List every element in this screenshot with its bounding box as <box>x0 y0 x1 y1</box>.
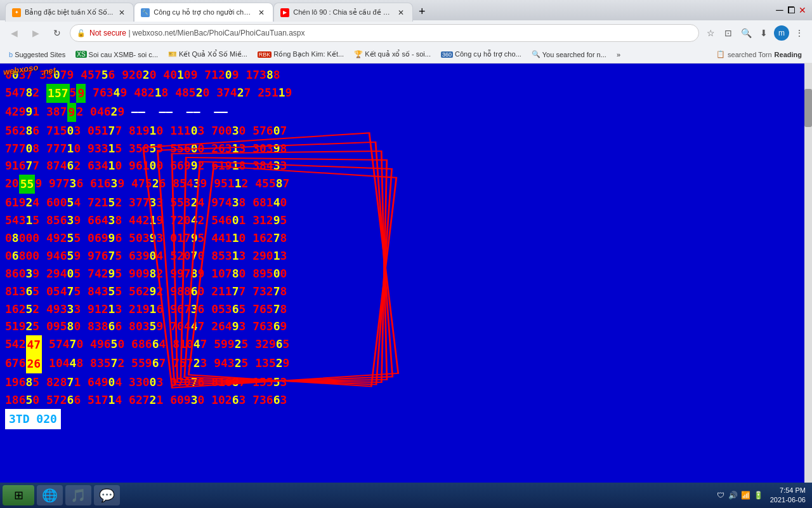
r18c0: 186 <box>5 391 26 409</box>
r4c14: 8 <box>280 140 287 157</box>
r5c4: 2 634 <box>74 157 108 175</box>
r3c8: 0 111 <box>156 122 190 140</box>
r17c7: 0 <box>150 373 157 391</box>
r15c8: 4 810 <box>159 335 193 354</box>
tab-close-1[interactable]: ✕ <box>117 8 127 18</box>
r3c4: 3 051 <box>74 122 108 140</box>
tab-1[interactable]: ✦ Bảng đặc biệt tuần Xổ Số... ✕ <box>5 3 134 22</box>
r18c2: 0 572 <box>32 391 67 409</box>
r14c8: 9 704 <box>156 318 190 335</box>
tray-icon-battery: 🔋 <box>754 490 764 500</box>
r15c5: 5 <box>111 335 118 354</box>
tray-icon-network: 📶 <box>741 490 751 500</box>
new-tab-button[interactable]: + <box>413 3 431 20</box>
tab-2[interactable]: 🔧 Công cụ hỗ trợ cho người chơi x... ✕ <box>134 3 273 22</box>
r11c0: 860 <box>5 265 26 283</box>
r14c13: 6 <box>273 318 280 335</box>
bookmark-ket-qua-xs[interactable]: 🎫 Kết Quả Xổ Số Miề... <box>164 49 251 60</box>
row-18: 18650 57266 51714 62721 60930 10263 7366… <box>5 391 807 409</box>
r6c13: 7 <box>283 175 290 194</box>
refresh-button[interactable]: ↻ <box>48 24 66 42</box>
r7c14: 0 <box>280 194 287 211</box>
taskbar-item-1[interactable]: 🌐 <box>37 485 63 505</box>
cast-icon[interactable]: ⊡ <box>721 25 736 41</box>
tab-3[interactable]: ▶ Chén lô 90 : Chia sẻ cầu đề + tố... ✕ <box>273 3 413 22</box>
taskbar-icon-1: 🌐 <box>42 488 58 503</box>
r7c12: 8 681 <box>239 194 273 211</box>
r3c1: 8 <box>26 122 33 140</box>
start-icon: ⊞ <box>14 488 23 502</box>
tab-close-2[interactable]: ✕ <box>256 8 266 18</box>
url-bar[interactable]: 🔓 Not secure | webxoso.net/MienBac/PhoiC… <box>70 24 699 42</box>
r10c3: 5 <box>67 247 74 265</box>
menu-icon[interactable]: ⋮ <box>792 25 807 41</box>
tab-close-3[interactable]: ✕ <box>396 8 406 18</box>
r1c11: 2 <box>237 84 244 103</box>
r12c10: 0 211 <box>197 283 232 300</box>
r12c6: 5 562 <box>115 283 149 300</box>
r15c12: 5 329 <box>242 335 276 354</box>
cell-0-7: 2 <box>143 66 150 84</box>
r14c0: 519 <box>5 318 26 335</box>
r2c2: 1 387 <box>32 103 67 122</box>
r10c4: 9 976 <box>74 247 108 265</box>
r18c5: 1 <box>108 391 115 409</box>
bookmark-you-searched[interactable]: 🔍 You searched for n... <box>528 49 610 60</box>
taskbar-tray: 🛡 🔊 📶 🔋 7:54 PM 2021-06-06 <box>716 486 809 505</box>
tab-title-3: Chén lô 90 : Chia sẻ cầu đề + tố... <box>293 8 392 17</box>
r6-highlight: 55 <box>19 175 36 194</box>
r3c7: 1 <box>150 122 157 140</box>
r8c7: 1 <box>150 211 157 229</box>
r9c0: 0 <box>5 229 12 247</box>
profile-icon[interactable]: m <box>774 25 789 41</box>
cell-0-5: 5 <box>102 66 108 84</box>
r13c2: 2 493 <box>32 300 67 318</box>
r10c8: 4 520 <box>156 247 190 265</box>
r2c0: 429 <box>5 103 26 122</box>
r7c1: 2 <box>26 194 33 211</box>
bookmark-ket-qua-xo-so[interactable]: 🏆 Kết quả xổ số - soi... <box>350 49 435 60</box>
r16c0: 676 <box>5 354 26 373</box>
r1c7: 1 <box>155 84 162 103</box>
r15c11: 2 <box>235 335 242 354</box>
scrollbar-thumb[interactable] <box>804 89 812 127</box>
r8c6: 8 442 <box>115 211 149 229</box>
r18c10: 0 102 <box>197 391 232 409</box>
row-12: 81365 05475 84355 56292 98860 21177 7327… <box>5 283 807 300</box>
r9c10: 5 441 <box>197 229 232 247</box>
r13c4: 3 912 <box>74 300 108 318</box>
taskbar-item-2[interactable]: 🎵 <box>65 485 91 505</box>
zoom-icon[interactable]: 🔍 <box>738 25 754 41</box>
bookmark-label-4: Rồng Bạch Kim: Kết... <box>273 50 344 58</box>
r4c4: 0 933 <box>74 140 108 157</box>
r3c13: 0 <box>273 122 280 140</box>
r14c10: 7 264 <box>197 318 232 335</box>
back-button[interactable]: ◀ <box>5 24 23 42</box>
downloads-icon[interactable]: ⬇ <box>756 25 771 41</box>
bookmarks-more[interactable]: » <box>613 50 624 60</box>
r6c10: 1 <box>235 175 242 194</box>
r15c13: 6 <box>276 335 283 354</box>
logo-subtext: .net <box>41 65 56 77</box>
bookmark-star-icon[interactable]: ☆ <box>703 25 718 41</box>
row-1: 54782 15759 76349 48218 48520 37427 2511… <box>5 84 807 103</box>
close-button[interactable]: ✕ <box>798 6 807 15</box>
bookmark-soi-cau[interactable]: XS Soi cau XSMB- soi c... <box>72 50 162 60</box>
forward-button[interactable]: ▶ <box>27 24 44 42</box>
maximize-button[interactable]: ⧠ <box>787 6 796 15</box>
url-address: webxoso.net/MienBac/PhoiCau/PhoiCauTuan.… <box>133 29 305 37</box>
taskbar-item-3[interactable]: 💬 <box>94 485 120 505</box>
minimize-button[interactable]: ─ <box>775 6 784 15</box>
bookmark-cong-cu[interactable]: 360 Công cụ hỗ trợ cho... <box>437 49 525 60</box>
row-15: 54247 57470 49650 68664 81047 59925 3296… <box>5 335 807 354</box>
bookmark-rong-bach-kim[interactable]: RBK Rồng Bạch Kim: Kết... <box>254 49 348 60</box>
r1c5: 4 <box>114 84 121 103</box>
r7c0: 619 <box>5 194 26 211</box>
scrollbar[interactable] <box>804 64 812 483</box>
r8c12: 1 312 <box>239 211 273 229</box>
reading-label: Reading <box>775 51 802 58</box>
start-button[interactable]: ⊞ <box>3 485 34 505</box>
bookmark-suggested-sites[interactable]: b Suggested Sites <box>5 50 69 60</box>
r6c11: 2 455 <box>242 175 276 194</box>
security-icon: 🔓 <box>77 29 86 37</box>
